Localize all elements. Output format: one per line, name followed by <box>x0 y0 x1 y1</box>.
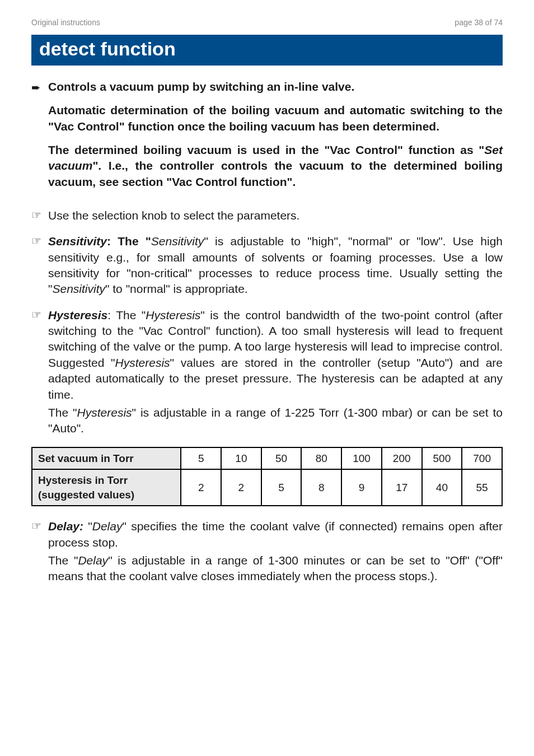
delay-text: Delay: "Delay" specifies the time the co… <box>48 519 503 550</box>
arrow-icon: ➨ <box>31 79 48 198</box>
hysteresis-table: Set vacuum in Torr 5 10 50 80 100 200 50… <box>31 447 503 507</box>
use-knob-block: ☞ Use the selection knob to select the p… <box>31 208 503 223</box>
cell: 80 <box>301 447 341 470</box>
delay-sub: The "Delay" is adjustable in a range of … <box>48 553 503 585</box>
page-header: Original instructions page 38 of 74 <box>31 18 503 27</box>
table-row: Hysteresis in Torr (suggested values) 2 … <box>32 469 502 506</box>
lead-text: Controls a vacuum pump by switching an i… <box>48 79 503 198</box>
row-label: Hysteresis in Torr (suggested values) <box>32 469 181 506</box>
cell: 17 <box>382 469 422 506</box>
cell: 10 <box>221 447 261 470</box>
cell: 40 <box>422 469 462 506</box>
cell: 100 <box>341 447 382 470</box>
row-label: Set vacuum in Torr <box>32 447 181 470</box>
cell: 2 <box>221 469 261 506</box>
cell: 5 <box>181 447 221 470</box>
sensitivity-text: Sensitivity: The "Sensitivity" is adjust… <box>48 234 503 297</box>
cell: 200 <box>382 447 422 470</box>
hand-icon: ☞ <box>31 234 48 297</box>
cell: 2 <box>181 469 221 506</box>
header-right: page 38 of 74 <box>455 18 503 27</box>
use-knob-text: Use the selection knob to select the par… <box>48 208 503 223</box>
lead-p1: Automatic determination of the boiling v… <box>48 102 503 134</box>
hysteresis-sub: The "Hysteresis" is adjustable in a rang… <box>48 405 503 437</box>
cell: 5 <box>261 469 302 506</box>
cell: 8 <box>301 469 341 506</box>
content: ➨ Controls a vacuum pump by switching an… <box>31 79 503 585</box>
hand-icon: ☞ <box>31 519 48 550</box>
lead-line1: Controls a vacuum pump by switching an i… <box>48 79 503 95</box>
header-left: Original instructions <box>31 18 100 27</box>
lead-block: ➨ Controls a vacuum pump by switching an… <box>31 79 503 198</box>
sensitivity-block: ☞ Sensitivity: The "Sensitivity" is adju… <box>31 234 503 297</box>
table-row: Set vacuum in Torr 5 10 50 80 100 200 50… <box>32 447 502 470</box>
delay-block: ☞ Delay: "Delay" specifies the time the … <box>31 519 503 550</box>
section-banner: detect function <box>31 35 503 66</box>
hand-icon: ☞ <box>31 208 48 223</box>
cell: 9 <box>341 469 382 506</box>
hand-icon: ☞ <box>31 307 48 403</box>
cell: 55 <box>462 469 502 506</box>
cell: 500 <box>422 447 462 470</box>
lead-p2: The determined boiling vacuum is used in… <box>48 142 503 190</box>
cell: 50 <box>261 447 302 470</box>
hysteresis-block: ☞ Hysteresis: The "Hysteresis" is the co… <box>31 307 503 403</box>
cell: 700 <box>462 447 502 470</box>
hysteresis-text: Hysteresis: The "Hysteresis" is the cont… <box>48 307 503 403</box>
